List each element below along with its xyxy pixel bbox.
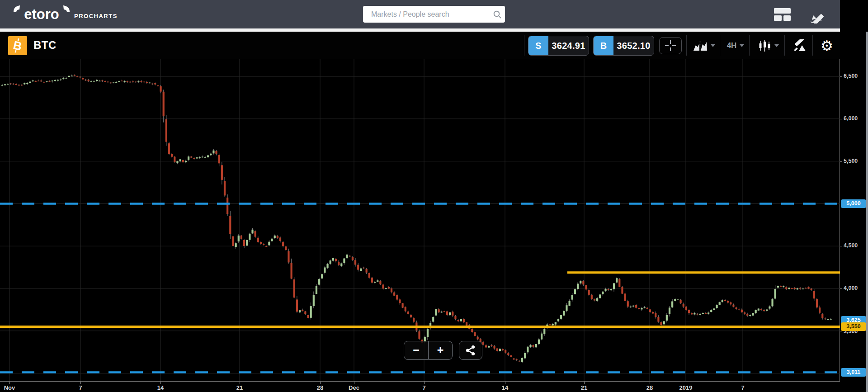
share-icon xyxy=(465,345,476,356)
candle xyxy=(257,238,259,242)
chart-canvas[interactable] xyxy=(0,59,840,381)
time-label: 7 xyxy=(79,384,82,391)
symbol-label: BTC xyxy=(33,39,57,52)
candle xyxy=(485,345,487,348)
candlestick-chart[interactable] xyxy=(0,59,840,381)
candle xyxy=(74,75,75,76)
candle xyxy=(7,84,9,85)
candle xyxy=(88,80,90,81)
candle xyxy=(26,83,28,84)
candle xyxy=(571,295,573,299)
crosshair-button[interactable] xyxy=(659,37,682,54)
candle xyxy=(249,234,250,240)
candle xyxy=(505,350,506,353)
buy-price: 3652.10 xyxy=(613,36,654,55)
candle xyxy=(176,161,178,163)
candle xyxy=(802,288,804,289)
toolbar-separator xyxy=(720,35,720,56)
time-axis[interactable]: Nov7142128Dec714212820197 xyxy=(0,381,840,392)
candle xyxy=(1,85,3,86)
candle xyxy=(357,265,359,270)
candle xyxy=(727,301,729,302)
candle xyxy=(218,155,220,163)
price-badge: 3,550 xyxy=(841,322,866,331)
layout-grid-icon[interactable] xyxy=(771,0,793,28)
candle xyxy=(349,256,351,257)
candle xyxy=(541,334,542,340)
buy-button[interactable]: B 3652.10 xyxy=(593,36,654,56)
candle xyxy=(418,331,420,339)
candle xyxy=(171,154,173,157)
candle xyxy=(671,302,673,307)
candle xyxy=(288,251,289,263)
search-icon[interactable] xyxy=(490,10,505,19)
search-box xyxy=(363,6,505,23)
time-axis-tick xyxy=(650,382,650,384)
candle xyxy=(683,304,684,307)
candle xyxy=(399,299,401,303)
candle xyxy=(204,157,206,158)
candle xyxy=(40,80,42,81)
candle xyxy=(732,305,734,307)
price-axis[interactable]: 6,5006,0005,5004,5004,0003,5005,0003,625… xyxy=(840,0,868,392)
candle xyxy=(621,287,623,293)
etoro-logo-icon: etoro xyxy=(13,5,71,23)
timeframe-button[interactable]: 4H xyxy=(723,37,748,54)
candle xyxy=(685,307,687,310)
chart-type-button[interactable] xyxy=(754,37,783,54)
candle xyxy=(821,314,823,318)
candle xyxy=(454,316,456,319)
candle xyxy=(143,82,145,83)
candle xyxy=(580,281,581,283)
drawing-tools-icon xyxy=(793,39,807,52)
toolbar-separator xyxy=(784,35,785,56)
price-badge: 3,011 xyxy=(841,368,866,377)
etoro-logo[interactable]: etoro PROCHARTS xyxy=(13,5,118,23)
candle xyxy=(618,279,620,287)
candle xyxy=(210,154,212,156)
candle xyxy=(538,340,540,345)
candle xyxy=(85,80,86,80)
candle xyxy=(657,317,659,322)
time-label: 7 xyxy=(422,384,425,391)
sell-button[interactable]: S 3624.91 xyxy=(528,36,589,56)
candle xyxy=(427,329,429,337)
candle xyxy=(318,279,320,284)
candle xyxy=(179,159,181,161)
time-axis-tick xyxy=(9,382,10,384)
sell-side-label: S xyxy=(528,36,548,55)
candle xyxy=(215,151,217,154)
candle xyxy=(352,257,354,260)
zoom-out-button[interactable]: − xyxy=(404,341,428,359)
drawing-tools-button[interactable] xyxy=(789,37,810,54)
page-scrollbar[interactable] xyxy=(866,32,868,392)
candle xyxy=(610,289,612,290)
candle xyxy=(693,313,695,314)
zoom-in-button[interactable]: + xyxy=(428,341,452,359)
settings-button[interactable]: ⚙ xyxy=(816,37,837,54)
candle xyxy=(57,80,59,81)
candle xyxy=(635,305,637,308)
candle xyxy=(602,292,604,294)
candle xyxy=(493,346,495,349)
compare-charts-button[interactable] xyxy=(690,37,718,54)
candle xyxy=(724,300,726,301)
search-input[interactable] xyxy=(363,10,490,19)
price-label: 4,000 xyxy=(844,285,858,291)
candle xyxy=(343,259,345,263)
candle xyxy=(746,314,748,316)
candle xyxy=(160,86,161,92)
candle xyxy=(819,307,821,313)
time-axis-tick xyxy=(160,382,161,384)
candle xyxy=(168,143,170,154)
candle xyxy=(474,332,476,336)
candle xyxy=(377,280,378,282)
candle xyxy=(488,346,490,348)
candle xyxy=(705,313,707,314)
candle xyxy=(521,358,523,362)
draw-pencil-icon[interactable] xyxy=(807,0,829,28)
candle xyxy=(207,156,209,157)
share-button[interactable] xyxy=(459,341,482,360)
candle xyxy=(338,262,340,265)
time-label: 7 xyxy=(741,384,744,391)
